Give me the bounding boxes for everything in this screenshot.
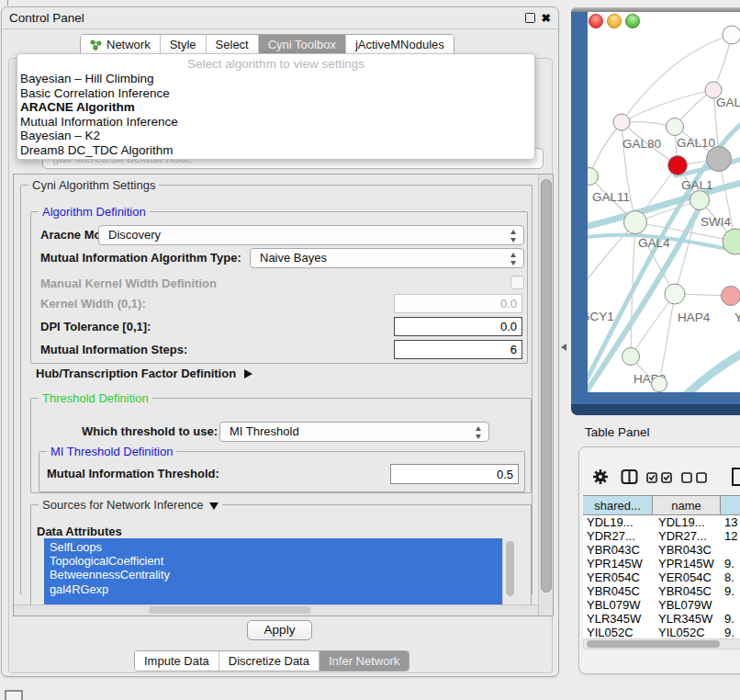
- kernel-width-input[interactable]: [394, 294, 522, 313]
- table-horizontal-scrollbar[interactable]: [583, 638, 740, 649]
- column-header-shared[interactable]: shared...: [583, 496, 653, 514]
- settings-horizontal-scrollbar[interactable]: [14, 604, 538, 615]
- table-cell: YBR045C: [653, 584, 721, 598]
- network-canvas[interactable]: GALGAL80GAL10GAL1GAL11SWI4GAL4GCY1HAP4YH…: [588, 12, 740, 392]
- which-threshold-select[interactable]: MI Threshold: [219, 422, 489, 442]
- split-pane-handle-icon[interactable]: [561, 344, 566, 351]
- hub-transcription-factor-expander[interactable]: Hub/Transcription Factor Definition: [36, 367, 252, 380]
- network-node-y[interactable]: [722, 287, 740, 306]
- table-row[interactable]: YDR27...YDR27...12: [583, 529, 740, 543]
- table-body: YDL19...YDL19...13YDR27...YDR27...12YBR0…: [583, 515, 740, 638]
- network-node-hap2[interactable]: [622, 348, 640, 366]
- network-node-gal1[interactable]: [668, 156, 688, 175]
- table-cell: 12: [721, 529, 740, 543]
- sources-title[interactable]: Sources for Network Inference: [39, 498, 222, 512]
- table-row[interactable]: YBR043CYBR043C: [583, 543, 740, 557]
- network-edge[interactable]: [622, 90, 713, 122]
- tab-network[interactable]: Network: [81, 35, 161, 54]
- network-edge[interactable]: [631, 294, 675, 356]
- minimized-panel-icon[interactable]: [5, 690, 23, 700]
- tab-style[interactable]: Style: [161, 35, 207, 54]
- cyni-algorithm-settings-title: Cyni Algorithm Settings: [28, 178, 159, 192]
- tab-label: Infer Network: [329, 654, 399, 668]
- mi-threshold-definition-title: MI Threshold Definition: [47, 445, 176, 458]
- table-cell: [721, 543, 740, 557]
- aracne-mode-select[interactable]: Discovery: [98, 225, 524, 245]
- minimize-traffic-light-icon[interactable]: [607, 14, 622, 28]
- network-node-hap4[interactable]: [665, 284, 685, 304]
- algorithm-option-mutual-information-inference[interactable]: Mutual Information Inference: [17, 115, 534, 130]
- network-node-swi4[interactable]: [690, 191, 710, 210]
- cyni-settings-scrollpane: Cyni Algorithm Settings Algorithm Defini…: [13, 174, 554, 616]
- algorithm-option-bayesian-k2[interactable]: Bayesian – K2: [17, 129, 534, 143]
- list-scrollbar[interactable]: [502, 538, 518, 607]
- settings-horizontal-scrollbar-thumb[interactable]: [149, 606, 310, 614]
- attribute-item-gal4rgexp[interactable]: gal4RGexp: [44, 582, 503, 596]
- algorithm-option-dream8-dc-tdc-algorithm[interactable]: Dream8 DC_TDC Algorithm: [17, 143, 534, 158]
- table-cell: YBL079W: [653, 598, 721, 612]
- table-cell: 9.: [721, 626, 740, 638]
- network-node[interactable]: [723, 229, 740, 254]
- table-row[interactable]: YER054CYER054C8.: [583, 570, 740, 584]
- float-window-icon[interactable]: [525, 13, 535, 23]
- list-scrollbar-thumb[interactable]: [506, 541, 514, 596]
- network-node-gal10[interactable]: [667, 119, 684, 136]
- mi-steps-input[interactable]: [394, 340, 522, 359]
- tab-select[interactable]: Select: [207, 35, 259, 54]
- window-title: Control Panel: [9, 11, 84, 25]
- tab-discretize-data[interactable]: Discretize Data: [219, 651, 320, 671]
- tab-infer-network[interactable]: Infer Network: [320, 651, 409, 671]
- table-row[interactable]: YBL079WYBL079W: [583, 598, 740, 612]
- deselect-all-checkboxes-icon[interactable]: [681, 472, 707, 483]
- tab-jactivemnodules[interactable]: jActiveMNodules: [346, 35, 454, 54]
- algorithm-option-basic-correlation-inference[interactable]: Basic Correlation Inference: [17, 86, 534, 101]
- which-threshold-value: MI Threshold: [230, 424, 299, 438]
- apply-button[interactable]: Apply: [247, 620, 312, 640]
- table-row[interactable]: YPR145WYPR145W9.: [583, 557, 740, 570]
- data-attributes-label: Data Attributes: [37, 525, 122, 538]
- network-node-gal4[interactable]: [624, 211, 647, 234]
- settings-vertical-scrollbar[interactable]: [538, 175, 553, 615]
- network-edge-thick[interactable]: [672, 348, 740, 392]
- table-row[interactable]: YLR345WYLR345W9.: [583, 612, 740, 626]
- network-edge[interactable]: [659, 294, 675, 384]
- close-icon[interactable]: ✖: [542, 11, 551, 25]
- mi-threshold-input[interactable]: [390, 464, 519, 484]
- tab-impute-data[interactable]: Impute Data: [135, 651, 219, 671]
- attribute-item-topologicalcoefficient[interactable]: TopologicalCoefficient: [44, 554, 503, 568]
- manual-kernel-width-label: Manual Kernel Width Definition: [40, 277, 217, 290]
- tab-cyni-toolbox[interactable]: Cyni Toolbox: [259, 35, 346, 54]
- cyni-algorithm-settings-group: Cyni Algorithm Settings Algorithm Defini…: [20, 185, 533, 595]
- algorithm-option-aracne-algorithm[interactable]: ARACNE Algorithm: [17, 100, 534, 115]
- data-attributes-selection: SelfLoopsTopologicalCoefficientBetweenne…: [44, 538, 503, 607]
- table-cell: YBL079W: [583, 598, 653, 612]
- table-row[interactable]: YIL052CYIL052C9.: [583, 626, 740, 638]
- select-all-checkboxes-icon[interactable]: [646, 472, 672, 483]
- network-node-gal11[interactable]: [588, 168, 599, 186]
- attribute-item-betweennesscentrality[interactable]: BetweennessCentrality: [44, 568, 503, 581]
- manual-kernel-width-checkbox[interactable]: [510, 276, 524, 289]
- network-node[interactable]: [652, 377, 667, 392]
- gear-icon[interactable]: [592, 469, 609, 485]
- new-table-icon[interactable]: [731, 467, 740, 487]
- network-edge[interactable]: [589, 122, 622, 176]
- mi-algorithm-type-select[interactable]: Naive Bayes: [250, 248, 524, 268]
- network-graph[interactable]: GALGAL80GAL10GAL1GAL11SWI4GAL4GCY1HAP4YH…: [588, 12, 740, 392]
- settings-vertical-scrollbar-thumb[interactable]: [541, 179, 552, 593]
- close-traffic-light-icon[interactable]: [589, 14, 603, 28]
- table-row[interactable]: YBR045CYBR045C9.: [583, 584, 740, 598]
- network-node[interactable]: [707, 147, 732, 172]
- network-node[interactable]: [723, 26, 740, 44]
- table-row[interactable]: YDL19...YDL19...13: [583, 515, 740, 529]
- zoom-traffic-light-icon[interactable]: [625, 14, 640, 28]
- algorithm-option-bayesian-hill-climbing[interactable]: Bayesian – Hill Climbing: [17, 72, 534, 86]
- network-node-gal80[interactable]: [613, 114, 630, 130]
- column-header-name[interactable]: name: [653, 496, 721, 514]
- split-columns-icon[interactable]: [621, 469, 638, 485]
- table-horizontal-scrollbar-thumb[interactable]: [587, 640, 720, 648]
- dpi-tolerance-input[interactable]: [394, 317, 522, 336]
- column-header-2[interactable]: [721, 496, 740, 514]
- mi-algorithm-type-value: Naive Bayes: [260, 251, 327, 265]
- attribute-item-selfloops[interactable]: SelfLoops: [44, 540, 503, 554]
- mi-steps-label: Mutual Information Steps:: [40, 343, 187, 356]
